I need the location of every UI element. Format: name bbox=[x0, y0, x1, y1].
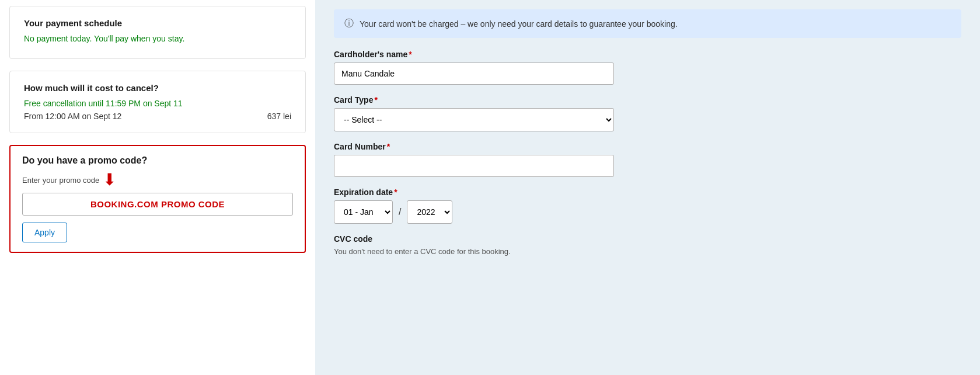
expiry-slash: / bbox=[399, 207, 401, 217]
cardholder-name-group: Cardholder's name* bbox=[334, 50, 961, 85]
card-type-select[interactable]: -- Select -- Visa Mastercard American Ex… bbox=[334, 108, 614, 131]
required-star-3: * bbox=[387, 142, 390, 151]
cvc-code-group: CVC code You don't need to enter a CVC c… bbox=[334, 234, 961, 256]
info-banner: ⓘ Your card won't be charged – we only n… bbox=[334, 9, 961, 38]
required-star-4: * bbox=[394, 188, 397, 197]
promo-title: Do you have a promo code? bbox=[22, 155, 293, 166]
payment-schedule-card: Your payment schedule No payment today. … bbox=[9, 6, 306, 59]
expiry-date-group: Expiration date* 01 - Jan 02 - Feb 03 - … bbox=[334, 188, 961, 224]
cancellation-amount: 637 lei bbox=[267, 112, 291, 121]
cancellation-card: How much will it cost to cancel? Free ca… bbox=[9, 71, 306, 133]
expiry-row: 01 - Jan 02 - Feb 03 - Mar 04 - Apr 05 -… bbox=[334, 200, 961, 224]
cancellation-fee-row: From 12:00 AM on Sept 12 637 lei bbox=[24, 112, 291, 121]
expiry-date-label: Expiration date* bbox=[334, 188, 961, 197]
banner-text: Your card won't be charged – we only nee… bbox=[360, 19, 678, 29]
arrow-down-icon: ⬇ bbox=[103, 172, 116, 188]
cancellation-title: How much will it cost to cancel? bbox=[24, 83, 291, 93]
payment-schedule-description: No payment today. You'll pay when you st… bbox=[24, 34, 291, 43]
cvc-code-label: CVC code bbox=[334, 234, 961, 244]
payment-schedule-title: Your payment schedule bbox=[24, 18, 291, 28]
info-icon: ⓘ bbox=[344, 18, 354, 30]
card-type-label: Card Type* bbox=[334, 95, 961, 105]
free-cancellation-text: Free cancellation until 11:59 PM on Sept… bbox=[24, 99, 291, 108]
card-number-group: Card Number* bbox=[334, 142, 961, 177]
card-type-group: Card Type* -- Select -- Visa Mastercard … bbox=[334, 95, 961, 131]
cvc-description: You don't need to enter a CVC code for t… bbox=[334, 247, 961, 256]
promo-code-input[interactable] bbox=[22, 193, 293, 216]
apply-button[interactable]: Apply bbox=[22, 223, 67, 242]
promo-label-text: Enter your promo code bbox=[22, 176, 99, 185]
promo-code-card: Do you have a promo code? Enter your pro… bbox=[9, 145, 306, 253]
cardholder-name-input[interactable] bbox=[334, 62, 614, 85]
required-star-2: * bbox=[374, 95, 377, 105]
right-panel: ⓘ Your card won't be charged – we only n… bbox=[315, 0, 980, 375]
expiry-month-select[interactable]: 01 - Jan 02 - Feb 03 - Mar 04 - Apr 05 -… bbox=[334, 200, 393, 224]
card-number-label: Card Number* bbox=[334, 142, 961, 151]
left-panel: Your payment schedule No payment today. … bbox=[0, 0, 315, 375]
card-number-input[interactable] bbox=[334, 155, 614, 177]
expiry-year-select[interactable]: 2022 2023 2024 2025 2026 2027 2028 2029 … bbox=[407, 200, 452, 224]
cardholder-name-label: Cardholder's name* bbox=[334, 50, 961, 59]
promo-label-row: Enter your promo code ⬇ bbox=[22, 172, 293, 188]
cancellation-from-date: From 12:00 AM on Sept 12 bbox=[24, 112, 121, 121]
required-star: * bbox=[409, 50, 411, 59]
